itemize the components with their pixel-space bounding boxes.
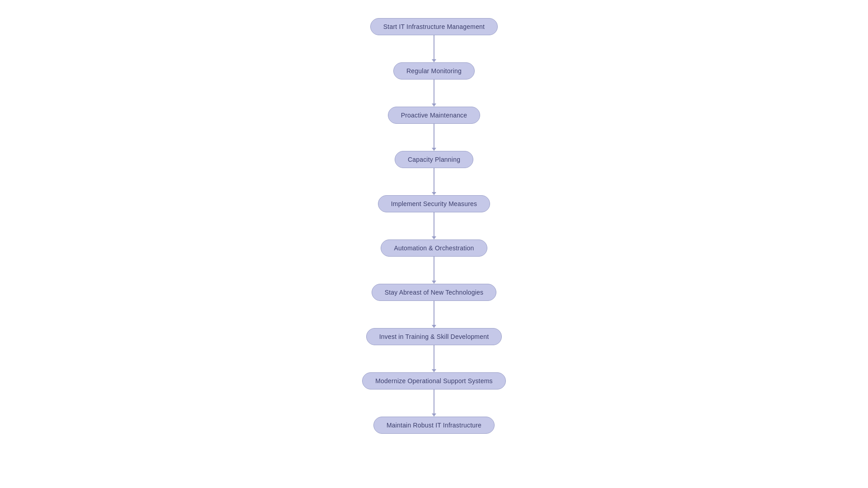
connector-line-3 [434, 168, 434, 192]
connector-arrow-8 [432, 413, 436, 417]
flow-connector-6 [432, 301, 436, 328]
connector-arrow-6 [432, 325, 436, 328]
flow-connector-3 [432, 168, 436, 195]
connector-arrow-3 [432, 192, 436, 195]
connector-arrow-5 [432, 281, 436, 284]
flow-connector-5 [432, 257, 436, 284]
connector-arrow-2 [432, 148, 436, 151]
connector-arrow-0 [432, 59, 436, 62]
flow-node-automation: Automation & Orchestration [381, 239, 487, 257]
connector-arrow-7 [432, 369, 436, 372]
flow-node-capacity: Capacity Planning [395, 151, 473, 168]
flow-node-maintenance: Proactive Maintenance [388, 107, 481, 124]
flow-connector-8 [432, 389, 436, 417]
flow-node-monitoring: Regular Monitoring [393, 62, 475, 80]
flow-connector-7 [432, 345, 436, 372]
flow-node-security: Implement Security Measures [378, 195, 491, 212]
flow-connector-4 [432, 212, 436, 239]
flow-node-maintain: Maintain Robust IT Infrastructure [373, 417, 495, 434]
connector-line-5 [434, 257, 434, 281]
flow-connector-1 [432, 80, 436, 107]
connector-arrow-1 [432, 103, 436, 107]
connector-line-2 [434, 124, 434, 148]
flow-node-technologies: Stay Abreast of New Technologies [372, 284, 497, 301]
connector-line-8 [434, 389, 434, 414]
flow-node-start: Start IT Infrastructure Management [370, 18, 498, 35]
connector-line-7 [434, 345, 434, 370]
flowchart: Start IT Infrastructure ManagementRegula… [362, 9, 506, 443]
connector-line-4 [434, 212, 434, 237]
flow-connector-0 [432, 35, 436, 62]
connector-arrow-4 [432, 236, 436, 239]
flow-connector-2 [432, 124, 436, 151]
connector-line-6 [434, 301, 434, 325]
connector-line-1 [434, 80, 434, 104]
flow-node-training: Invest in Training & Skill Development [366, 328, 502, 345]
connector-line-0 [434, 35, 434, 60]
flow-node-modernize: Modernize Operational Support Systems [362, 372, 506, 389]
